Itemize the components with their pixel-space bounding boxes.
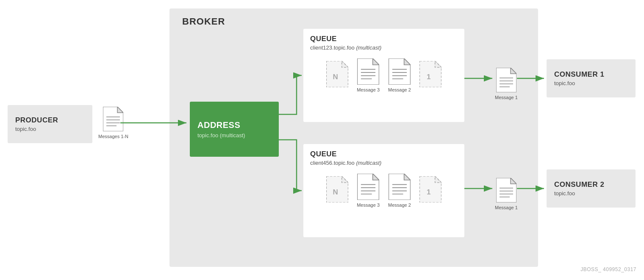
queue1-box: QUEUE client123.topic.foo (multicast) N [303, 29, 464, 122]
queue2-header: QUEUE client456.topic.foo (multicast) [303, 144, 464, 168]
watermark: JBOSS_ 409952_0317 [580, 266, 636, 272]
queue2-msg2: Message 2 [388, 174, 411, 208]
svg-marker-10 [373, 58, 379, 65]
doc-svg [103, 107, 123, 131]
svg-marker-1 [117, 107, 123, 113]
queue2-title: QUEUE [310, 150, 458, 158]
broker-label: BROKER [182, 16, 225, 27]
svg-text:1: 1 [427, 73, 431, 81]
queue1-header: QUEUE client123.topic.foo (multicast) [303, 29, 464, 53]
svg-marker-22 [435, 61, 441, 67]
producer-message-icon: Messages 1-N [98, 107, 128, 139]
consumer1-title: CONSUMER 1 [554, 70, 636, 79]
queue2-outgoing-msg: Message 1 [495, 178, 518, 210]
queue2-outgoing-label: Message 1 [495, 205, 518, 210]
queue1-msg2: Message 2 [388, 58, 411, 92]
svg-marker-49 [511, 178, 516, 184]
queue2-box: QUEUE client456.topic.foo (multicast) N [303, 144, 464, 237]
svg-text:N: N [333, 188, 338, 196]
consumer2-subtitle: topic.foo [554, 190, 636, 197]
producer-title: PRODUCER [15, 116, 92, 125]
address-title: ADDRESS [197, 120, 279, 130]
svg-marker-28 [373, 174, 379, 180]
queue1-name: client123.topic.foo (multicast) [310, 44, 458, 51]
queue1-messages: N Message 3 [303, 58, 464, 92]
queue1-msg3-label: Message 3 [357, 87, 380, 92]
queue1-outgoing-label: Message 1 [495, 95, 518, 100]
queue2-messages: N Message 3 [303, 174, 464, 208]
producer-box: PRODUCER topic.foo [8, 105, 92, 143]
svg-marker-40 [435, 176, 441, 183]
queue1-title: QUEUE [310, 35, 458, 43]
address-box: ADDRESS topic.foo (multicast) [190, 102, 279, 157]
svg-marker-43 [511, 68, 516, 74]
consumer1-box: CONSUMER 1 topic.foo [547, 59, 636, 97]
queue1-msg3: Message 3 [357, 58, 380, 92]
svg-marker-7 [342, 61, 348, 67]
queue1-msg-n: N [326, 61, 348, 90]
svg-marker-34 [404, 174, 411, 180]
svg-marker-16 [404, 58, 411, 65]
svg-text:N: N [333, 73, 338, 81]
queue1-msg1: 1 [419, 61, 441, 90]
producer-subtitle: topic.foo [15, 126, 92, 132]
queue2-name: client456.topic.foo (multicast) [310, 160, 458, 166]
svg-marker-25 [342, 176, 348, 183]
queue2-msg-n: N [326, 176, 348, 205]
address-subtitle: topic.foo (multicast) [197, 132, 279, 139]
queue1-msg2-label: Message 2 [388, 87, 411, 92]
consumer2-box: CONSUMER 2 topic.foo [547, 169, 636, 208]
consumer1-subtitle: topic.foo [554, 80, 636, 86]
queue2-msg3: Message 3 [357, 174, 380, 208]
svg-text:1: 1 [427, 188, 431, 196]
diagram-container: BROKER PRODUCER topic.foo Messages 1-N A… [0, 0, 644, 280]
consumer2-title: CONSUMER 2 [554, 180, 636, 189]
queue2-msg1: 1 [419, 176, 441, 205]
queue1-outgoing-msg: Message 1 [495, 68, 518, 100]
producer-message-label: Messages 1-N [98, 134, 128, 139]
